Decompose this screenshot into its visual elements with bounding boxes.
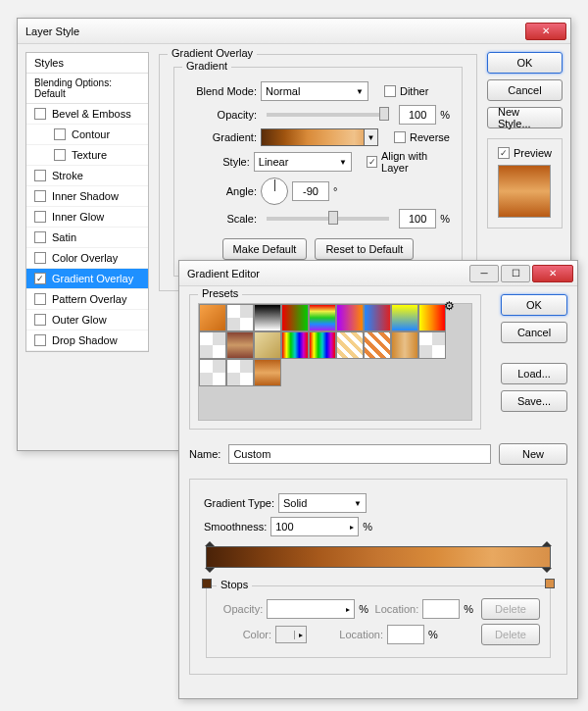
preset-swatch[interactable]: [391, 304, 418, 331]
maximize-icon[interactable]: ☐: [501, 265, 530, 282]
blending-options-row[interactable]: Blending Options: Default: [26, 74, 148, 104]
color-stop-handle-left[interactable]: [202, 579, 212, 588]
delete-color-stop-button[interactable]: Delete: [481, 624, 540, 645]
preview-checkbox[interactable]: ✓: [498, 147, 510, 159]
ge-save-button[interactable]: Save...: [501, 390, 567, 412]
style-select[interactable]: Linear▼: [254, 152, 352, 172]
color-stop-handle-right[interactable]: [545, 579, 555, 588]
preset-swatch[interactable]: [199, 359, 226, 386]
preset-swatch[interactable]: [254, 304, 281, 331]
dither-checkbox[interactable]: [384, 85, 396, 97]
style-checkbox[interactable]: [54, 128, 66, 140]
preset-swatch[interactable]: [281, 304, 309, 331]
style-item-outer-glow[interactable]: Outer Glow: [26, 310, 148, 330]
ge-load-button[interactable]: Load...: [501, 363, 567, 384]
style-checkbox[interactable]: [34, 231, 46, 243]
close-icon[interactable]: ✕: [525, 23, 566, 40]
style-checkbox[interactable]: [34, 252, 46, 264]
style-item-gradient-overlay[interactable]: ✓Gradient Overlay: [26, 269, 148, 289]
style-checkbox[interactable]: [54, 149, 66, 161]
chevron-down-icon: ▼: [364, 129, 377, 145]
style-item-inner-shadow[interactable]: Inner Shadow: [26, 186, 148, 207]
gradient-picker[interactable]: ▼: [261, 128, 378, 146]
layer-style-titlebar[interactable]: Layer Style ✕: [18, 19, 570, 44]
close-icon[interactable]: ✕: [532, 265, 573, 282]
make-default-button[interactable]: Make Default: [222, 238, 308, 260]
style-item-label: Outer Glow: [52, 314, 107, 326]
preset-swatch[interactable]: [226, 359, 254, 386]
style-item-drop-shadow[interactable]: Drop Shadow: [26, 330, 148, 351]
style-item-color-overlay[interactable]: Color Overlay: [26, 248, 148, 269]
smoothness-input[interactable]: 100▸: [270, 517, 359, 536]
new-style-button[interactable]: New Style...: [487, 107, 563, 128]
preset-swatch[interactable]: [309, 304, 336, 331]
angle-input[interactable]: [292, 181, 329, 201]
style-checkbox[interactable]: [34, 334, 46, 346]
style-checkbox[interactable]: [34, 108, 46, 120]
gear-icon[interactable]: ⚙: [444, 299, 455, 313]
ok-button[interactable]: OK: [487, 52, 563, 74]
delete-opacity-stop-button[interactable]: Delete: [481, 598, 540, 620]
style-checkbox[interactable]: [34, 190, 46, 202]
stop-opacity-input[interactable]: ▸: [267, 599, 355, 619]
preset-swatch[interactable]: [364, 331, 391, 359]
gradient-bar[interactable]: [206, 546, 551, 568]
reset-default-button[interactable]: Reset to Default: [315, 238, 414, 260]
preset-swatch[interactable]: [199, 331, 226, 359]
angle-label: Angle:: [186, 185, 257, 197]
style-item-label: Bevel & Emboss: [52, 108, 131, 120]
scale-slider[interactable]: [267, 217, 389, 221]
style-checkbox[interactable]: [34, 314, 46, 326]
presets-grid[interactable]: [198, 303, 472, 421]
preset-swatch[interactable]: [226, 331, 254, 359]
preset-swatch[interactable]: [254, 359, 281, 386]
gradient-type-select[interactable]: Solid▼: [278, 493, 367, 513]
gradient-editor-titlebar[interactable]: Gradient Editor ─ ☐ ✕: [179, 261, 577, 286]
preset-swatch[interactable]: [281, 331, 309, 359]
color-stop-right[interactable]: [542, 568, 552, 578]
name-input[interactable]: [228, 444, 491, 464]
blend-mode-select[interactable]: Normal▼: [261, 81, 368, 101]
angle-dial[interactable]: [261, 178, 288, 205]
style-item-pattern-overlay[interactable]: Pattern Overlay: [26, 289, 148, 310]
style-item-bevel-emboss[interactable]: Bevel & Emboss: [26, 104, 148, 125]
opacity-stop-left[interactable]: [205, 536, 215, 546]
preset-swatch[interactable]: [418, 331, 446, 359]
style-item-inner-glow[interactable]: Inner Glow: [26, 207, 148, 228]
style-item-stroke[interactable]: Stroke: [26, 166, 148, 186]
preset-swatch[interactable]: [364, 304, 391, 331]
align-checkbox[interactable]: ✓: [367, 156, 377, 168]
align-label: Align with Layer: [381, 150, 450, 174]
preset-swatch[interactable]: [418, 304, 446, 331]
ge-ok-button[interactable]: OK: [501, 294, 567, 316]
stop-color-picker[interactable]: ▸: [275, 626, 307, 643]
preset-swatch[interactable]: [199, 304, 226, 331]
style-checkbox[interactable]: [34, 293, 46, 305]
style-checkbox[interactable]: ✓: [34, 273, 46, 284]
style-checkbox[interactable]: [34, 211, 46, 223]
opacity-input[interactable]: [399, 105, 436, 125]
preset-swatch[interactable]: [254, 331, 281, 359]
preset-swatch[interactable]: [391, 331, 418, 359]
style-item-contour[interactable]: Contour: [26, 125, 148, 145]
style-checkbox[interactable]: [34, 170, 46, 181]
stop-location-input[interactable]: [422, 599, 460, 619]
color-stop-left[interactable]: [205, 568, 215, 578]
minimize-icon[interactable]: ─: [469, 265, 499, 282]
preset-swatch[interactable]: [336, 304, 364, 331]
ge-cancel-button[interactable]: Cancel: [501, 322, 567, 343]
style-item-texture[interactable]: Texture: [26, 145, 148, 166]
preset-swatch[interactable]: [226, 304, 254, 331]
style-item-satin[interactable]: Satin: [26, 228, 148, 248]
styles-header[interactable]: Styles: [26, 53, 148, 74]
opacity-stop-right[interactable]: [542, 536, 552, 546]
ge-new-button[interactable]: New: [499, 443, 567, 465]
stop-location2-input[interactable]: [387, 625, 424, 644]
reverse-checkbox[interactable]: [394, 131, 406, 143]
presets-box: Presets ⚙: [189, 294, 481, 430]
preset-swatch[interactable]: [336, 331, 364, 359]
cancel-button[interactable]: Cancel: [487, 79, 563, 101]
scale-input[interactable]: [399, 209, 436, 229]
opacity-slider[interactable]: [267, 113, 389, 117]
preset-swatch[interactable]: [309, 331, 336, 359]
